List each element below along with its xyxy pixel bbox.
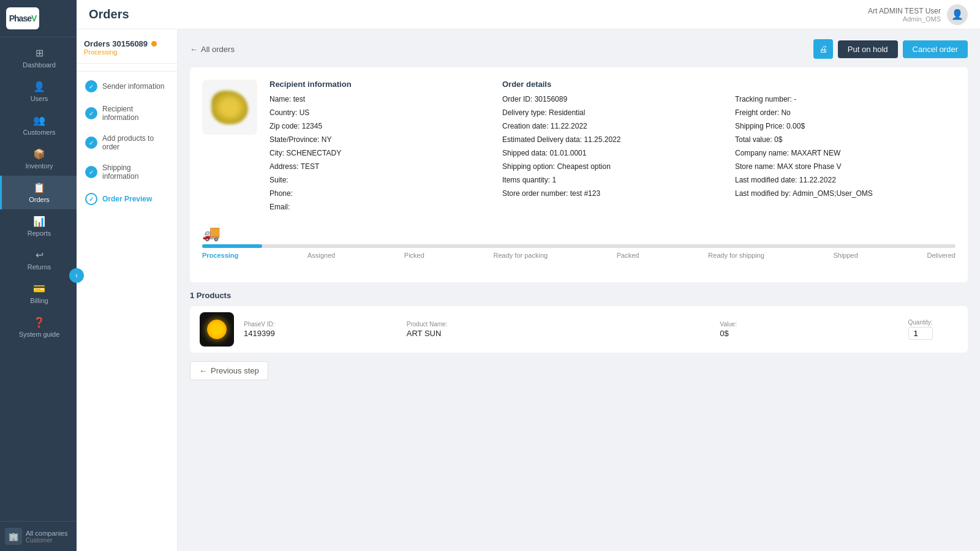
- previous-step-button[interactable]: ← Previous step: [190, 361, 268, 380]
- phone-label: Phone:: [270, 189, 293, 198]
- sidebar-item-customers[interactable]: 👥 Customers: [0, 108, 77, 142]
- freight-label: Freight order:: [735, 108, 779, 117]
- sidebar-item-inventory[interactable]: 📦 Inventory: [0, 142, 77, 176]
- step-label-preview: Order Preview: [102, 195, 152, 203]
- sidebar-item-label: Dashboard: [23, 61, 56, 69]
- info-store-order: Store order number: test #123: [502, 188, 723, 199]
- sidebar-item-system-guide[interactable]: ❓ System guide: [0, 310, 77, 344]
- value-value: 0$: [720, 329, 870, 338]
- freight-value: No: [781, 108, 790, 117]
- user-role: Admin_OMS: [868, 15, 941, 23]
- prog-step-shipped: Shipped: [833, 252, 858, 259]
- truck-icon: 🚚: [202, 225, 221, 242]
- step-check-shipping: ✓: [85, 166, 97, 178]
- store-order-label: Store order number:: [502, 189, 568, 198]
- name-value: test: [293, 95, 305, 103]
- field-product-name: Product Name: ART SUN: [407, 321, 708, 338]
- company-name: All companies: [26, 530, 67, 537]
- step-check-preview: ✓: [85, 193, 97, 205]
- sidebar-item-dashboard[interactable]: ⊞ Dashboard: [0, 41, 77, 75]
- creation-date-label: Creation date:: [502, 122, 548, 130]
- name-label: Name:: [270, 95, 291, 103]
- sidebar-item-orders[interactable]: 📋 Orders: [0, 176, 77, 209]
- main-content: Orders Art ADMIN TEST User Admin_OMS 👤 O…: [77, 0, 980, 551]
- sidebar-item-reports[interactable]: 📊 Reports: [0, 209, 77, 243]
- last-modified-date-label: Last modified date:: [735, 176, 797, 184]
- step-label-shipping: Shipping information: [102, 163, 168, 181]
- company-role: Customer: [26, 537, 67, 544]
- info-card: Recipient information Name: test Country…: [190, 67, 968, 282]
- delivery-type-value: Residential: [549, 108, 585, 117]
- sidebar-item-billing[interactable]: 💳 Billing: [0, 277, 77, 310]
- items-qty-label: Items quantity:: [502, 176, 550, 184]
- step-shipping[interactable]: ✓ Shipping information: [77, 157, 177, 187]
- info-phone: Phone:: [270, 188, 490, 199]
- thumb-blob: [211, 91, 248, 124]
- shipped-data-value: 01.01.0001: [549, 149, 586, 157]
- info-shipping-option: Shipping option: Cheapest option: [502, 161, 723, 172]
- info-suite: Suite:: [270, 174, 490, 186]
- product-name-label: Product Name:: [407, 321, 708, 328]
- value-label: Value:: [720, 321, 870, 328]
- state-value: NY: [322, 135, 332, 144]
- product-fields: PhaseV ID: 1419399 Product Name: ART SUN…: [244, 319, 958, 340]
- step-preview[interactable]: ✓ Order Preview: [77, 187, 177, 211]
- prog-step-picked: Picked: [404, 252, 424, 259]
- info-store: Store name: MAX store Phase V: [735, 161, 956, 172]
- info-total-value: Total value: 0$: [735, 134, 956, 145]
- guide-icon: ❓: [33, 317, 45, 328]
- logo-v: V: [31, 13, 36, 23]
- company-name-label: Company name:: [735, 149, 789, 157]
- sidebar-item-returns[interactable]: ↩ Returns: [0, 243, 77, 277]
- sidebar-item-label: Billing: [30, 297, 48, 304]
- reports-icon: 📊: [33, 216, 45, 227]
- info-company: Company name: MAXART NEW: [735, 148, 956, 159]
- tracking-value: -: [794, 95, 796, 103]
- delivery-type-label: Delivery type:: [502, 108, 547, 117]
- info-delivery-type: Delivery type: Residential: [502, 107, 723, 118]
- users-icon: 👤: [33, 81, 45, 92]
- products-header: 1 Products: [190, 291, 968, 300]
- last-modified-date-value: 11.22.2022: [799, 176, 836, 184]
- shipping-price-label: Shipping Price:: [735, 122, 785, 130]
- step-sender[interactable]: ✓ Sender information: [77, 74, 177, 99]
- body-layout: Orders 30156089 Processing ✓ Sender info…: [77, 29, 980, 551]
- field-phase-id: PhaseV ID: 1419399: [244, 321, 394, 338]
- dashboard-icon: ⊞: [36, 47, 43, 59]
- sidebar-collapse-button[interactable]: ‹: [69, 268, 84, 283]
- city-value: SCHENECTADY: [286, 149, 341, 157]
- step-add-products[interactable]: ✓ Add products to order: [77, 128, 177, 157]
- top-header: Orders Art ADMIN TEST User Admin_OMS 👤: [77, 0, 980, 29]
- shipping-option-value: Cheapest option: [557, 162, 610, 171]
- quantity-input[interactable]: [908, 327, 933, 340]
- back-link[interactable]: ← All orders: [190, 45, 235, 54]
- sun-icon: [207, 320, 227, 339]
- info-shipping-price: Shipping Price: 0.00$: [735, 121, 956, 132]
- action-bar: ← All orders 🖨 Put on hold Cancel order: [190, 39, 968, 59]
- total-value-value: 0$: [774, 135, 782, 144]
- cancel-order-button[interactable]: Cancel order: [903, 40, 968, 58]
- info-zip: Zip code: 12345: [270, 121, 490, 132]
- product-thumbnail: [202, 80, 257, 135]
- info-last-modified-date: Last modified date: 11.22.2022: [735, 174, 956, 186]
- product-image: [200, 312, 234, 347]
- page-title: Orders: [89, 7, 129, 21]
- order-id-line: Orders 30156089: [84, 39, 170, 48]
- zip-value: 12345: [302, 122, 322, 130]
- print-button[interactable]: 🖨: [813, 39, 833, 59]
- progress-section: 🚚 Processing Assigned Picked Ready for p…: [202, 225, 956, 259]
- put-on-hold-button[interactable]: Put on hold: [838, 40, 898, 58]
- step-recipient[interactable]: ✓ Recipient information: [77, 99, 177, 128]
- info-columns: Recipient information Name: test Country…: [270, 80, 956, 215]
- sidebar-item-users[interactable]: 👤 Users: [0, 75, 77, 108]
- progress-track: [202, 244, 956, 248]
- info-country: Country: US: [270, 107, 490, 118]
- recipient-info-title: Recipient information: [270, 80, 490, 89]
- customers-icon: 👥: [33, 114, 45, 126]
- inventory-icon: 📦: [33, 148, 45, 160]
- country-value: US: [300, 108, 310, 117]
- logo: PhaseV: [6, 7, 39, 29]
- suite-label: Suite:: [270, 176, 288, 184]
- info-order-id: Order ID: 30156089: [502, 94, 723, 105]
- steps-panel: Orders 30156089 Processing ✓ Sender info…: [77, 29, 178, 551]
